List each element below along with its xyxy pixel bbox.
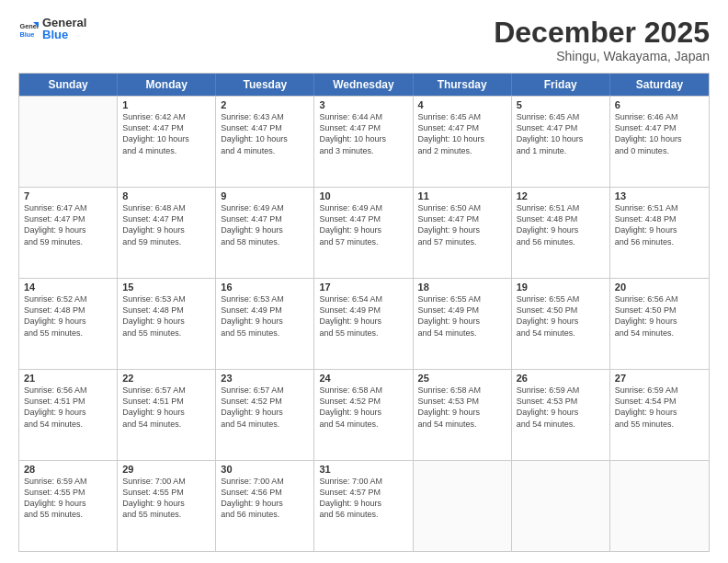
cell-line: and 56 minutes.	[319, 509, 407, 520]
cell-line: Sunrise: 6:54 AM	[319, 293, 407, 304]
day-cell-19: 19Sunrise: 6:55 AMSunset: 4:50 PMDayligh…	[512, 279, 610, 369]
cell-line: Daylight: 10 hours	[517, 133, 605, 144]
cell-line: and 55 minutes.	[319, 327, 407, 339]
cell-line: Sunrise: 6:57 AM	[122, 385, 210, 396]
day-cell-20: 20Sunrise: 6:56 AMSunset: 4:50 PMDayligh…	[610, 279, 709, 369]
cell-line: Sunset: 4:47 PM	[319, 122, 407, 133]
cell-line: Sunset: 4:47 PM	[517, 122, 605, 133]
cell-line: and 4 minutes.	[122, 145, 210, 156]
svg-text:Blue: Blue	[19, 30, 34, 39]
cell-line: Sunset: 4:53 PM	[517, 396, 605, 407]
day-number: 24	[319, 373, 407, 384]
day-cell-7: 7Sunrise: 6:47 AMSunset: 4:47 PMDaylight…	[19, 188, 118, 278]
day-cell-10: 10Sunrise: 6:49 AMSunset: 4:47 PMDayligh…	[314, 188, 413, 278]
header-day-saturday: Saturday	[610, 74, 709, 96]
cell-line: and 55 minutes.	[615, 419, 704, 430]
logo: General Blue General Blue	[18, 17, 86, 42]
cell-line: Sunrise: 7:00 AM	[122, 476, 210, 487]
cell-line: Sunrise: 6:49 AM	[221, 202, 309, 213]
cell-line: Sunset: 4:50 PM	[517, 304, 605, 316]
cell-line: Daylight: 10 hours	[615, 133, 704, 144]
cell-line: Sunset: 4:51 PM	[122, 396, 210, 407]
cell-line: Sunrise: 6:45 AM	[517, 111, 605, 122]
page: General Blue General Blue December 2025 …	[0, 0, 728, 563]
logo-blue-text: Blue	[42, 29, 86, 42]
cell-line: and 56 minutes.	[615, 236, 704, 247]
cell-line: Sunrise: 7:00 AM	[221, 476, 309, 487]
cell-line: and 55 minutes.	[122, 509, 210, 520]
cell-line: Sunrise: 6:56 AM	[615, 293, 704, 304]
cell-line: Sunset: 4:53 PM	[418, 396, 506, 407]
cell-line: and 55 minutes.	[221, 327, 309, 339]
cell-line: Daylight: 9 hours	[24, 316, 112, 327]
cell-line: and 56 minutes.	[517, 236, 605, 247]
cell-line: and 3 minutes.	[319, 145, 407, 156]
day-number: 22	[122, 373, 210, 384]
cell-line: Sunrise: 6:57 AM	[221, 385, 309, 396]
day-cell-6: 6Sunrise: 6:46 AMSunset: 4:47 PMDaylight…	[610, 97, 709, 187]
day-number: 17	[319, 282, 407, 293]
cell-line: and 54 minutes.	[418, 327, 506, 339]
calendar-row-3: 21Sunrise: 6:56 AMSunset: 4:51 PMDayligh…	[19, 369, 709, 460]
day-cell-15: 15Sunrise: 6:53 AMSunset: 4:48 PMDayligh…	[118, 279, 216, 369]
cell-line: Daylight: 10 hours	[319, 133, 407, 144]
cell-line: Daylight: 9 hours	[615, 316, 704, 327]
cell-line: Sunset: 4:52 PM	[319, 396, 407, 407]
day-cell-26: 26Sunrise: 6:59 AMSunset: 4:53 PMDayligh…	[512, 370, 610, 460]
day-cell-29: 29Sunrise: 7:00 AMSunset: 4:55 PMDayligh…	[118, 461, 216, 551]
day-cell-27: 27Sunrise: 6:59 AMSunset: 4:54 PMDayligh…	[610, 370, 709, 460]
cell-line: and 54 minutes.	[517, 327, 605, 339]
cell-line: Daylight: 10 hours	[418, 133, 506, 144]
day-number: 20	[615, 282, 704, 293]
cell-line: and 56 minutes.	[221, 509, 309, 520]
cell-line: Daylight: 9 hours	[319, 316, 407, 327]
cell-line: Sunrise: 6:56 AM	[24, 385, 112, 396]
title-block: December 2025 Shingu, Wakayama, Japan	[494, 17, 710, 63]
cell-line: Sunrise: 6:55 AM	[418, 293, 506, 304]
day-number: 7	[24, 190, 112, 201]
calendar-header: SundayMondayTuesdayWednesdayThursdayFrid…	[19, 74, 709, 96]
logo-icon: General Blue	[18, 19, 39, 40]
day-cell-5: 5Sunrise: 6:45 AMSunset: 4:47 PMDaylight…	[512, 97, 610, 187]
day-number: 13	[615, 190, 704, 201]
day-number: 19	[517, 282, 605, 293]
day-number: 3	[319, 99, 407, 110]
cell-line: Sunrise: 6:43 AM	[221, 111, 309, 122]
cell-line: Daylight: 9 hours	[517, 316, 605, 327]
day-cell-12: 12Sunrise: 6:51 AMSunset: 4:48 PMDayligh…	[512, 188, 610, 278]
cell-line: Sunset: 4:47 PM	[122, 122, 210, 133]
cell-line: Sunrise: 6:45 AM	[418, 111, 506, 122]
cell-line: and 54 minutes.	[122, 419, 210, 430]
day-number: 27	[615, 373, 704, 384]
cell-line: Sunrise: 6:44 AM	[319, 111, 407, 122]
day-number: 30	[221, 464, 309, 475]
cell-line: and 54 minutes.	[319, 419, 407, 430]
subtitle: Shingu, Wakayama, Japan	[494, 49, 710, 63]
day-cell-23: 23Sunrise: 6:57 AMSunset: 4:52 PMDayligh…	[216, 370, 314, 460]
header-day-friday: Friday	[512, 74, 610, 96]
calendar: SundayMondayTuesdayWednesdayThursdayFrid…	[18, 73, 710, 552]
cell-line: Daylight: 9 hours	[418, 316, 506, 327]
day-number: 9	[221, 190, 309, 201]
cell-line: Sunrise: 6:48 AM	[122, 202, 210, 213]
day-number: 14	[24, 282, 112, 293]
cell-line: Sunset: 4:48 PM	[615, 213, 704, 224]
day-cell-1: 1Sunrise: 6:42 AMSunset: 4:47 PMDaylight…	[118, 97, 216, 187]
cell-line: Daylight: 9 hours	[319, 407, 407, 418]
cell-line: Sunset: 4:49 PM	[418, 304, 506, 316]
cell-line: Daylight: 9 hours	[24, 498, 112, 509]
header-day-sunday: Sunday	[19, 74, 118, 96]
day-cell-3: 3Sunrise: 6:44 AMSunset: 4:47 PMDaylight…	[314, 97, 413, 187]
day-cell-25: 25Sunrise: 6:58 AMSunset: 4:53 PMDayligh…	[414, 370, 512, 460]
day-number: 8	[122, 190, 210, 201]
cell-line: and 57 minutes.	[418, 236, 506, 247]
cell-line: and 54 minutes.	[418, 419, 506, 430]
day-cell-28: 28Sunrise: 6:59 AMSunset: 4:55 PMDayligh…	[19, 461, 118, 551]
cell-line: Sunset: 4:47 PM	[221, 213, 309, 224]
day-cell-13: 13Sunrise: 6:51 AMSunset: 4:48 PMDayligh…	[610, 188, 709, 278]
cell-line: Sunset: 4:54 PM	[615, 396, 704, 407]
cell-line: Daylight: 10 hours	[122, 133, 210, 144]
header-day-monday: Monday	[118, 74, 216, 96]
cell-line: Sunrise: 6:42 AM	[122, 111, 210, 122]
day-cell-8: 8Sunrise: 6:48 AMSunset: 4:47 PMDaylight…	[118, 188, 216, 278]
